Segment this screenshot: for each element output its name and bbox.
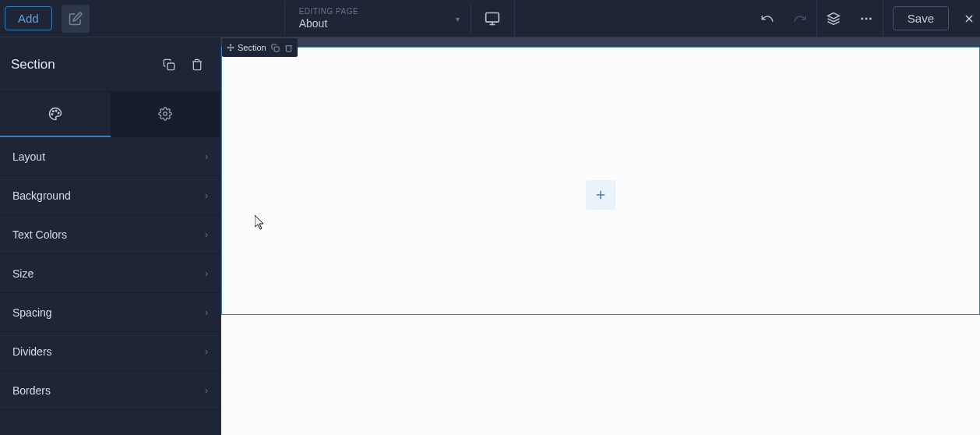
delete-section-button[interactable] xyxy=(185,52,210,77)
svg-rect-9 xyxy=(167,63,174,70)
close-icon xyxy=(963,12,975,25)
svg-point-11 xyxy=(58,112,59,114)
property-label: Text Colors xyxy=(12,228,67,241)
cursor-icon xyxy=(255,215,266,231)
palette-icon xyxy=(48,107,62,121)
canvas[interactable]: Section xyxy=(221,37,980,435)
property-label: Borders xyxy=(12,384,51,397)
separator xyxy=(883,0,883,37)
undo-icon xyxy=(760,12,774,26)
property-list: Layout › Background › Text Colors › Size… xyxy=(0,137,220,410)
sidebar: Section Layout › Background › xyxy=(0,37,221,435)
chevron-right-icon: › xyxy=(205,190,208,201)
page-selector-label: EDITING PAGE xyxy=(299,7,457,16)
property-background[interactable]: Background › xyxy=(0,176,220,215)
desktop-icon xyxy=(485,11,500,27)
more-button[interactable] xyxy=(850,0,883,37)
sidebar-header: Section xyxy=(0,37,220,92)
svg-marker-3 xyxy=(827,12,839,19)
svg-point-12 xyxy=(52,111,54,112)
sidebar-tabs xyxy=(0,92,220,137)
property-label: Dividers xyxy=(12,345,52,358)
canvas-section[interactable]: Section xyxy=(221,47,980,315)
edit-mode-button[interactable] xyxy=(62,5,90,33)
chevron-right-icon: › xyxy=(205,385,208,396)
main: Section Layout › Background › xyxy=(0,37,980,435)
topbar-center: EDITING PAGE About ▾ xyxy=(284,0,751,37)
close-button[interactable] xyxy=(958,0,980,37)
copy-icon xyxy=(163,58,175,71)
copy-icon xyxy=(271,44,280,52)
section-toolbar-label[interactable]: Section xyxy=(227,43,266,52)
property-label: Background xyxy=(12,189,71,202)
svg-point-13 xyxy=(51,114,53,115)
svg-rect-17 xyxy=(274,47,279,51)
property-borders[interactable]: Borders › xyxy=(0,371,220,410)
section-label-text: Section xyxy=(238,43,266,52)
tab-style[interactable] xyxy=(0,92,111,137)
chevron-right-icon: › xyxy=(205,229,208,240)
add-block-button[interactable] xyxy=(586,180,615,210)
add-button[interactable]: Add xyxy=(5,6,52,30)
chevron-right-icon: › xyxy=(205,151,208,162)
section-toolbar: Section xyxy=(222,38,298,57)
save-button[interactable]: Save xyxy=(893,6,949,30)
property-size[interactable]: Size › xyxy=(0,254,220,293)
redo-button[interactable] xyxy=(784,0,816,37)
property-label: Spacing xyxy=(12,306,52,319)
duplicate-section-button[interactable] xyxy=(157,52,182,77)
move-icon xyxy=(227,44,234,51)
chevron-right-icon: › xyxy=(205,307,208,318)
chevron-right-icon: › xyxy=(205,268,208,279)
chevron-right-icon: › xyxy=(205,346,208,357)
svg-rect-0 xyxy=(486,12,499,22)
redo-icon xyxy=(793,12,807,26)
canvas-empty-area[interactable] xyxy=(221,315,980,435)
property-label: Layout xyxy=(12,150,45,163)
svg-point-10 xyxy=(55,110,57,111)
chevron-down-icon: ▾ xyxy=(456,14,460,23)
device-preview-button[interactable] xyxy=(471,0,515,37)
property-spacing[interactable]: Spacing › xyxy=(0,293,220,332)
topbar-left: Add xyxy=(0,5,90,33)
trash-icon xyxy=(284,44,293,52)
svg-point-14 xyxy=(164,112,167,116)
section-delete-button[interactable] xyxy=(284,44,293,52)
page-selector[interactable]: EDITING PAGE About ▾ xyxy=(284,2,471,34)
topbar-right: Save xyxy=(751,0,980,37)
more-horizontal-icon xyxy=(859,12,873,26)
page-selector-value: About xyxy=(299,17,457,30)
tab-settings[interactable] xyxy=(111,92,221,137)
layers-button[interactable] xyxy=(817,0,850,37)
svg-point-4 xyxy=(861,17,863,19)
svg-point-6 xyxy=(869,17,872,19)
property-label: Size xyxy=(12,267,33,280)
trash-icon xyxy=(191,58,203,71)
property-layout[interactable]: Layout › xyxy=(0,137,220,176)
property-text-colors[interactable]: Text Colors › xyxy=(0,215,220,254)
property-dividers[interactable]: Dividers › xyxy=(0,332,220,371)
svg-point-5 xyxy=(865,17,867,19)
topbar: Add EDITING PAGE About ▾ Save xyxy=(0,0,980,37)
layers-icon xyxy=(827,12,841,26)
sidebar-title: Section xyxy=(11,57,153,72)
undo-button[interactable] xyxy=(751,0,784,37)
section-duplicate-button[interactable] xyxy=(271,44,280,52)
gear-icon xyxy=(158,107,172,121)
pencil-square-icon xyxy=(69,12,83,26)
plus-icon xyxy=(594,188,608,202)
